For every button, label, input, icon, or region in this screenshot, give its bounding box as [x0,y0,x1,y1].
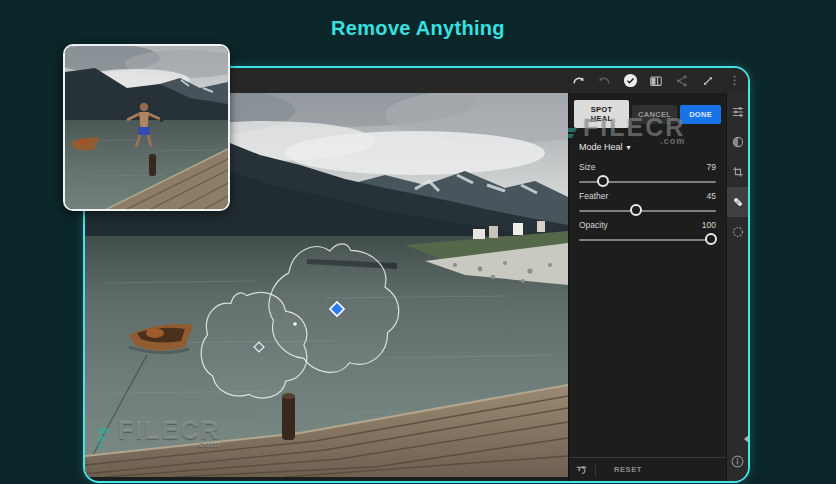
before-after-icon[interactable] [648,73,664,89]
crop-icon[interactable] [727,157,748,187]
feather-slider-block: Feather 45 [569,183,726,212]
size-slider-block: Size 79 [569,154,726,183]
opacity-slider-block: Opacity 100 [569,212,726,241]
feather-label: Feather [579,191,608,201]
fullscreen-icon[interactable] [700,73,716,89]
panel-button-row: SPOT HEAL CANCEL DONE [569,93,726,134]
cancel-button[interactable]: CANCEL [632,105,677,124]
feather-slider[interactable] [579,210,716,212]
spot-heal-panel: SPOT HEAL CANCEL DONE Mode Heal Size 79 [568,93,726,481]
share-icon[interactable] [674,73,690,89]
reset-options-icon[interactable] [569,463,595,477]
opacity-slider[interactable] [579,239,716,241]
chevron-down-icon [627,142,631,152]
feather-value: 45 [707,191,716,201]
opacity-label: Opacity [579,220,608,230]
original-photo-inset[interactable] [63,44,230,211]
info-icon[interactable] [727,446,748,476]
selective-edit-icon[interactable] [727,217,748,247]
size-slider-knob[interactable] [597,175,609,187]
opacity-slider-knob[interactable] [705,233,717,245]
mode-label: Mode Heal [579,142,623,152]
color-wheel-icon[interactable] [727,127,748,157]
checkmark-icon[interactable] [622,73,638,89]
feather-slider-knob[interactable] [630,204,642,216]
mode-dropdown[interactable]: Mode Heal [569,134,726,154]
adjust-icon[interactable] [727,97,748,127]
page-title: Remove Anything [0,17,836,40]
opacity-value: 100 [702,220,716,230]
size-slider[interactable] [579,181,716,183]
original-photo [65,46,228,209]
heal-anchor-dot [293,322,297,326]
spot-heal-button[interactable]: SPOT HEAL [574,100,629,128]
redo-icon[interactable] [596,73,612,89]
overflow-menu-icon[interactable] [726,73,742,89]
done-button[interactable]: DONE [680,105,721,124]
panel-footer: RESET [569,457,726,481]
size-label: Size [579,162,596,172]
healing-icon[interactable] [727,187,748,217]
tool-strip [726,93,748,481]
footer-divider [595,463,596,477]
size-value: 79 [707,162,716,172]
panel-handle-icon[interactable] [744,435,749,443]
undo-icon[interactable] [570,73,586,89]
reset-button[interactable]: RESET [614,465,642,474]
